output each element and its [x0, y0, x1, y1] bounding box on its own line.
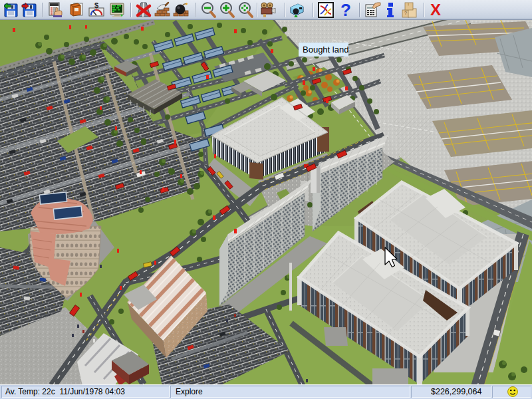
svg-text:?: ? [404, 11, 407, 15]
svg-text:Av. Temp: 22c 11/Jun/1978 04:: Av. Temp: 22c 11/Jun/1978 04:03 [5, 387, 125, 396]
svg-text:Bought land: Bought land [303, 45, 348, 55]
svg-text:$: $ [94, 1, 98, 9]
svg-text:$226,299,064: $226,299,064 [431, 387, 482, 396]
svg-text:X: X [430, 1, 441, 19]
svg-text:Explore: Explore [176, 387, 203, 396]
svg-text:?: ? [340, 0, 351, 20]
